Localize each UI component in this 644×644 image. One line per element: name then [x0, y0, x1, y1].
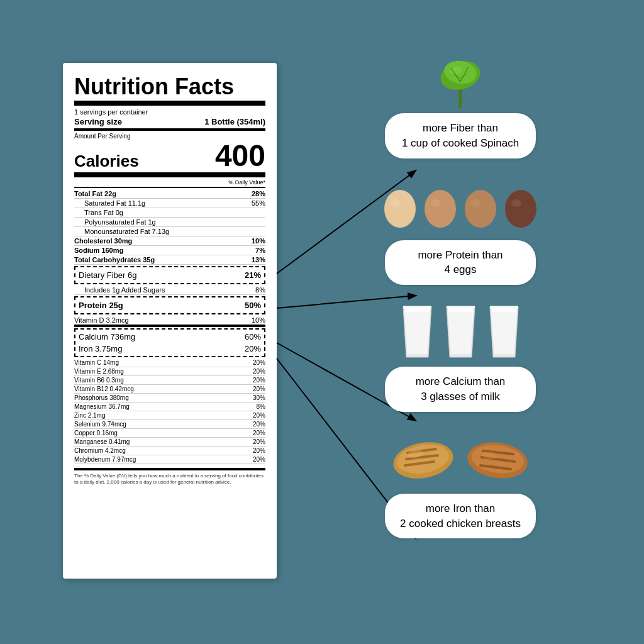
fiber-label: more Fiber than 1 cup of cooked Spinach — [385, 113, 536, 158]
added-sugars-row: Includes 1g Added Sugars 8% — [74, 286, 265, 295]
add-nutrient-label: Vitamin E 2.68mg — [74, 368, 124, 375]
servings-per-container: 1 servings per container — [74, 108, 265, 116]
chicken-image — [391, 418, 530, 500]
dietary-fiber-value: 21% — [245, 270, 261, 280]
add-nutrient-label: Magnesium 36.7mg — [74, 403, 130, 410]
egg-3-icon — [461, 180, 500, 231]
spinach-icon — [426, 44, 495, 113]
protein-value: 50% — [245, 301, 261, 310]
added-sugars-label: Includes 1g Added Sugars — [84, 286, 165, 294]
dietary-fiber-label: Dietary Fiber 6g — [79, 270, 136, 280]
add-nutrient-value: 20% — [253, 368, 265, 375]
nutrient-label: Cholesterol 30mg — [74, 237, 132, 245]
milk-glass-1-icon — [397, 301, 438, 364]
nutrient-row: Total Fat 22g28% — [74, 189, 265, 199]
calcium-iron-box: Calcium 736mg 60% Iron 3.75mg 20% — [74, 328, 265, 357]
nutrient-label: Trans Fat 0g — [84, 209, 123, 216]
dietary-fiber-highlight: Dietary Fiber 6g 21% — [74, 266, 265, 284]
protein-label-box: more Protein than 4 eggs — [385, 240, 536, 286]
nutrient-row: Cholesterol 30mg10% — [74, 236, 265, 246]
serving-size-label: Serving size — [74, 117, 122, 126]
nutrient-value: 55% — [252, 199, 265, 207]
nutrient-row: Polyunsaturated Fat 1g — [74, 218, 265, 227]
nutrition-title: Nutrition Facts — [74, 75, 265, 106]
nutrient-label: Sodium 160mg — [74, 247, 123, 254]
calcium-label-box: more Calcium than 3 glasses of milk — [385, 367, 536, 412]
protein-label: Protein 25g — [79, 301, 123, 310]
add-nutrient-label: Vitamin C 14mg — [74, 359, 119, 366]
nutrient-row: Total Carbohydrates 35g13% — [74, 255, 265, 265]
svg-point-10 — [425, 190, 456, 228]
nutrient-label: Total Carbohydrates 35g — [74, 256, 155, 264]
additional-nutrient-row: Selenium 9.74mcg20% — [74, 420, 265, 429]
protein-comparison: more Protein than 4 eggs — [296, 165, 625, 286]
nutrient-row: Sodium 160mg7% — [74, 246, 265, 255]
nutrient-row: Monounsaturated Fat 7.13g — [74, 227, 265, 236]
calories-value: 400 — [215, 141, 265, 171]
additional-nutrient-row: Vitamin B6 0.3mg20% — [74, 376, 265, 385]
add-nutrient-value: 20% — [253, 421, 265, 428]
fiber-comparison: more Fiber than 1 cup of cooked Spinach — [296, 38, 625, 158]
additional-nutrient-row: Vitamin C 14mg20% — [74, 358, 265, 367]
egg-1-icon — [380, 180, 419, 231]
iron-label-box: more Iron than 2 cooked chicken breasts — [385, 494, 536, 539]
svg-point-14 — [505, 190, 536, 228]
milk-image — [391, 291, 530, 373]
protein-row: Protein 25g 50% — [79, 299, 261, 311]
add-nutrient-value: 20% — [253, 447, 265, 454]
daily-value-header: % Daily Value* — [74, 179, 265, 188]
dietary-fiber-row: Dietary Fiber 6g 21% — [79, 269, 261, 281]
add-nutrient-label: Phosphorus 380mg — [74, 394, 129, 401]
vitamin-d-value: 10% — [252, 316, 265, 324]
calcium-label: Calcium 736mg — [79, 332, 135, 341]
iron-row: Iron 3.75mg 20% — [79, 343, 261, 355]
nutrient-row: Saturated Fat 11.1g55% — [74, 199, 265, 208]
milk-glass-2-icon — [440, 301, 481, 364]
protein-highlight: Protein 25g 50% — [74, 296, 265, 314]
nutrient-value: 7% — [255, 247, 265, 254]
calcium-text-line2: 3 glasses of milk — [421, 391, 500, 402]
eggs-container — [380, 180, 540, 231]
nutrient-label: Polyunsaturated Fat 1g — [84, 218, 156, 226]
add-nutrient-value: 20% — [253, 377, 265, 384]
calories-row: Calories 400 — [74, 141, 265, 177]
svg-marker-18 — [405, 312, 430, 354]
additional-nutrients: Vitamin C 14mg20%Vitamin E 2.68mg20%Vita… — [74, 358, 265, 464]
svg-point-9 — [391, 199, 401, 207]
protein-text-line2: 4 eggs — [444, 264, 476, 275]
add-nutrient-label: Selenium 9.74mcg — [74, 421, 126, 428]
additional-nutrient-row: Chromium 4.2mcg20% — [74, 447, 265, 455]
calcium-value: 60% — [245, 332, 261, 341]
spinach-image — [391, 38, 530, 119]
nutrition-panel: Nutrition Facts 1 servings per container… — [63, 63, 277, 579]
added-sugars-value: 8% — [255, 286, 265, 294]
add-nutrient-label: Molybdenum 7.97mcg — [74, 456, 136, 463]
add-nutrient-label: Vitamin B6 0.3mg — [74, 377, 124, 384]
iron-text-line2: 2 cooked chicken breasts — [400, 518, 521, 530]
footnote: The % Daily Value (DV) tells you how muc… — [74, 468, 265, 486]
add-nutrient-value: 20% — [253, 386, 265, 392]
additional-nutrient-row: Manganese 0.41mg20% — [74, 438, 265, 447]
svg-marker-22 — [448, 312, 473, 354]
vitamin-d-row: Vitamin D 3.2mcg 10% — [74, 316, 265, 327]
chicken-container — [389, 435, 532, 482]
main-nutrients: Total Fat 22g28%Saturated Fat 11.1g55%Tr… — [74, 189, 265, 265]
additional-nutrient-row: Vitamin B12 0.42mcg20% — [74, 385, 265, 394]
fiber-text-line1: more Fiber than — [423, 122, 498, 134]
svg-marker-26 — [492, 312, 516, 354]
vitamin-d-label: Vitamin D 3.2mcg — [74, 316, 129, 324]
protein-text-line1: more Protein than — [418, 249, 502, 261]
egg-4-icon — [501, 180, 540, 231]
chicken-breast-2-icon — [463, 435, 532, 482]
additional-nutrient-row: Vitamin E 2.68mg20% — [74, 367, 265, 376]
nutrient-label: Total Fat 22g — [74, 190, 116, 197]
main-container: Nutrition Facts 1 servings per container… — [0, 0, 644, 644]
milk-glasses-container — [397, 301, 525, 364]
chicken-breast-1-icon — [389, 435, 458, 482]
svg-point-13 — [471, 199, 481, 207]
fiber-text-line2: 1 cup of cooked Spinach — [402, 137, 519, 149]
egg-2-icon — [421, 180, 460, 231]
additional-nutrient-row: Zinc 2.1mg20% — [74, 411, 265, 420]
additional-nutrient-row: Phosphorus 380mg30% — [74, 394, 265, 402]
calcium-text-line1: more Calcium than — [416, 375, 506, 387]
